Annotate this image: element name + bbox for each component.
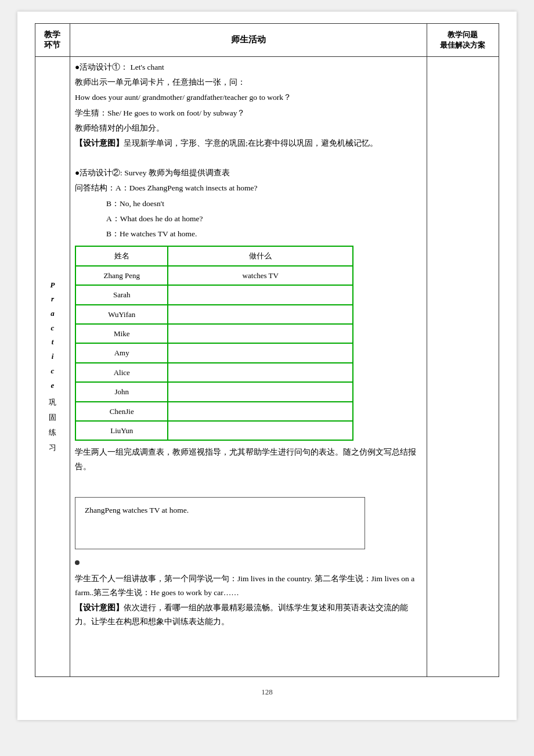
survey-action-4 xyxy=(168,343,353,362)
activity2-line3: A：What does he do at home? xyxy=(106,212,422,226)
survey-header-name: 姓名 xyxy=(75,246,168,265)
main-table: 教学 环节 师生活动 教学问题 最佳解决方案 Practice 巩固练习 xyxy=(35,23,499,677)
page-number: 128 xyxy=(35,687,499,697)
header-col2-text: 师生活动 xyxy=(231,35,266,44)
survey-row-2: WuYifan xyxy=(75,305,353,324)
survey-name-5: Alice xyxy=(75,363,168,382)
survey-action-8 xyxy=(168,421,353,440)
header-col3-text: 教学问题 最佳解决方案 xyxy=(440,30,485,49)
header-col1-text: 教学 环节 xyxy=(44,30,60,49)
activity1-design: 【设计意图】呈现新学单词，字形、字意的巩固;在比赛中得以巩固，避免机械记忆。 xyxy=(75,136,422,150)
activity2-title: ●活动设计②: Survey 教师为每组提供调查表 xyxy=(75,166,422,180)
summary-text-box: ZhangPeng watches TV at home. xyxy=(75,497,365,549)
section-label-english: Practice xyxy=(50,278,55,393)
survey-name-7: ChenJie xyxy=(75,402,168,421)
section-label-cell: Practice 巩固练习 xyxy=(35,56,70,676)
activity-content-cell: ●活动设计①： Let's chant 教师出示一单元单词卡片，任意抽出一张，问… xyxy=(70,56,427,676)
survey-header-row: 姓名 做什么 xyxy=(75,246,353,265)
activity1-line3: 学生猜：She/ He goes to work on foot/ by sub… xyxy=(75,106,422,120)
survey-row-5: Alice xyxy=(75,363,353,382)
activity1-line4: 教师给猜对的小组加分。 xyxy=(75,121,422,135)
activity2-line4: B：He watches TV at home. xyxy=(106,227,422,241)
survey-action-5 xyxy=(168,363,353,382)
header-col3: 教学问题 最佳解决方案 xyxy=(427,24,499,57)
activity3-design: 【设计意图】依次进行，看哪一组的故事最精彩最流畅。训练学生复述和用英语表达交流的… xyxy=(75,601,422,629)
section-label-chinese: 巩固练习 xyxy=(49,395,56,455)
survey-row-8: LiuYun xyxy=(75,421,353,440)
activity2-line1: 问答结构：A：Does ZhangPeng watch insects at h… xyxy=(75,181,422,195)
survey-name-2: WuYifan xyxy=(75,305,168,324)
survey-row-0: Zhang Peng watches TV xyxy=(75,266,353,285)
page: 教学 环节 师生活动 教学问题 最佳解决方案 Practice 巩固练习 xyxy=(17,12,517,720)
activity1-design-bracket: 【设计意图】 xyxy=(75,139,124,147)
after-survey-text: 学生两人一组完成调查表，教师巡视指导，尤其帮助学生进行问句的表达。随之仿例文写总… xyxy=(75,445,422,474)
survey-action-0: watches TV xyxy=(168,266,353,285)
survey-action-1 xyxy=(168,285,353,304)
header-col2: 师生活动 xyxy=(70,24,427,57)
survey-row-7: ChenJie xyxy=(75,402,353,421)
problem-solution-cell xyxy=(427,56,499,676)
survey-row-4: Amy xyxy=(75,343,353,362)
activity1-line2: How does your aunt/ grandmother/ grandfa… xyxy=(75,91,422,105)
survey-action-3 xyxy=(168,324,353,343)
activity1-line1: 教师出示一单元单词卡片，任意抽出一张，问： xyxy=(75,75,422,89)
survey-name-6: John xyxy=(75,382,168,401)
survey-row-1: Sarah xyxy=(75,285,353,304)
activity3-design-bracket: 【设计意图】 xyxy=(75,603,124,612)
bullet-indicator xyxy=(75,555,422,569)
survey-action-2 xyxy=(168,305,353,324)
text-box-content: ZhangPeng watches TV at home. xyxy=(85,503,355,517)
survey-table: 姓名 做什么 Zhang Peng watches TV Sarah W xyxy=(75,246,353,441)
survey-header-action: 做什么 xyxy=(168,246,353,265)
survey-name-1: Sarah xyxy=(75,285,168,304)
survey-name-0: Zhang Peng xyxy=(75,266,168,285)
survey-name-4: Amy xyxy=(75,343,168,362)
survey-name-8: LiuYun xyxy=(75,421,168,440)
header-col1: 教学 环节 xyxy=(35,24,70,57)
activity3-text1: 学生五个人一组讲故事，第一个同学说一句：Jim lives in the cou… xyxy=(75,572,422,600)
activity2-line2: B：No, he doesn't xyxy=(106,197,422,211)
bullet-dot xyxy=(75,560,80,565)
survey-row-3: Mike xyxy=(75,324,353,343)
activity1-title: ●活动设计①： Let's chant xyxy=(75,60,422,74)
survey-action-6 xyxy=(168,382,353,401)
survey-action-7 xyxy=(168,402,353,421)
table-header-row: 教学 环节 师生活动 教学问题 最佳解决方案 xyxy=(35,24,499,57)
survey-row-6: John xyxy=(75,382,353,401)
survey-name-3: Mike xyxy=(75,324,168,343)
content-row: Practice 巩固练习 ●活动设计①： Let's chant 教师出示一单… xyxy=(35,56,499,676)
activity-content: ●活动设计①： Let's chant 教师出示一单元单词卡片，任意抽出一张，问… xyxy=(75,60,422,629)
